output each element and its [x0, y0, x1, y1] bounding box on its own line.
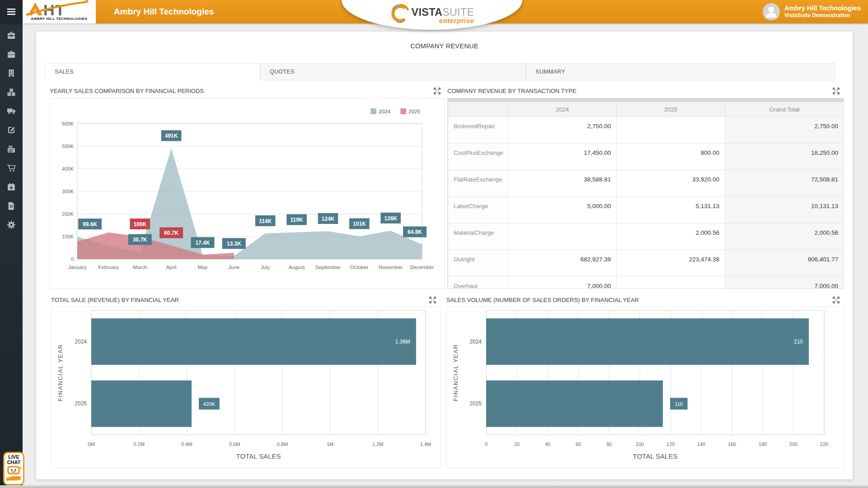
user-account: VistaSuite Demonstration [784, 12, 861, 19]
svg-text:210: 210 [794, 339, 803, 345]
cell-value: 906,401.77 [725, 250, 844, 277]
panel-title-sales-volume: SALES VOLUME (NUMBER OF SALES ORDERS) BY… [446, 296, 844, 304]
cell-value: 72,508.81 [725, 170, 844, 197]
svg-text:160: 160 [728, 442, 736, 447]
svg-text:600K: 600K [62, 121, 74, 126]
svg-text:115: 115 [675, 401, 683, 407]
company-logo: HT AMBRY HILL TECHNOLOGIES [23, 0, 96, 23]
svg-text:January: January [68, 265, 87, 270]
svg-text:2025: 2025 [408, 109, 420, 114]
svg-text:2025: 2025 [469, 400, 482, 407]
app-header: HT AMBRY HILL TECHNOLOGIES Ambry Hill Te… [0, 0, 868, 23]
svg-text:99.6K: 99.6K [83, 221, 97, 228]
cell-value [617, 277, 725, 289]
svg-text:0.4M: 0.4M [181, 442, 192, 447]
building-icon[interactable] [7, 69, 16, 78]
user-menu[interactable]: Ambry Hill Technologies VistaSuite Demon… [763, 0, 861, 23]
cell-value: 2,750.00 [508, 117, 617, 144]
svg-text:August: August [289, 265, 305, 270]
svg-text:17.4K: 17.4K [195, 240, 210, 246]
expand-icon[interactable] [833, 88, 844, 94]
calendar-add-icon[interactable] [7, 182, 16, 191]
row-label: Outright [448, 250, 508, 277]
svg-text:0.6M: 0.6M [229, 442, 240, 447]
toolbox-icon[interactable] [7, 31, 16, 40]
svg-text:300K: 300K [62, 189, 74, 194]
svg-text:February: February [98, 265, 119, 270]
cell-value: 18,250.00 [725, 144, 844, 170]
svg-text:80: 80 [606, 442, 612, 447]
page-title: COMPANY REVENUE [36, 42, 853, 50]
svg-text:1.2M: 1.2M [372, 442, 383, 447]
sales-volume-bar-chart: 020406080100120140160180200220FINANCIAL … [447, 307, 844, 468]
row-label: CostPlusExchange [448, 144, 508, 170]
svg-text:13.3K: 13.3K [227, 241, 241, 247]
svg-text:0.8M: 0.8M [277, 442, 288, 447]
cell-value: 682,927.39 [508, 250, 617, 277]
svg-text:1M: 1M [327, 442, 333, 447]
svg-text:December: December [410, 265, 434, 270]
svg-text:March: March [133, 265, 147, 270]
vistasuite-swirl-icon [390, 3, 411, 24]
sidebar-toggle[interactable] [0, 0, 23, 23]
briefcase-icon[interactable] [7, 50, 16, 59]
cell-value: 5,000.00 [508, 197, 617, 223]
content-card: COMPANY REVENUE SALES QUOTES SUMMARY YEA… [36, 32, 853, 479]
shopping-cart-icon[interactable] [7, 163, 16, 172]
svg-text:October: October [350, 265, 369, 270]
expand-icon[interactable] [429, 297, 441, 303]
expand-icon[interactable] [434, 88, 445, 94]
svg-text:20: 20 [514, 442, 520, 447]
svg-text:June: June [228, 265, 239, 270]
row-label: FlatRateExchange [448, 170, 508, 197]
cell-value: 800.00 [617, 144, 725, 170]
cell-value: 2,000.56 [725, 223, 844, 250]
panel-title-revenue-by-type: COMPANY REVENUE BY TRANSACTION TYPE [447, 87, 844, 95]
svg-text:126K: 126K [384, 215, 397, 222]
cell-value: 7,000.00 [508, 277, 617, 289]
column-header: 2024 [508, 102, 617, 117]
svg-text:0: 0 [71, 256, 74, 262]
svg-text:60: 60 [576, 442, 581, 447]
svg-text:2025: 2025 [75, 400, 87, 407]
compose-icon[interactable] [7, 125, 16, 135]
svg-text:2024: 2024 [469, 339, 482, 345]
panel-title-sales-comparison: YEARLY SALES COMPARISON BY FINANCIAL PER… [50, 87, 445, 95]
svg-text:1.4M: 1.4M [420, 442, 431, 447]
expand-icon[interactable] [833, 297, 844, 303]
svg-text:2024: 2024 [379, 109, 390, 114]
cash-register-icon[interactable] [7, 144, 16, 153]
live-chat-widget[interactable]: LIVE CHAT [3, 452, 24, 485]
aht-logo-icon: HT [25, 0, 93, 17]
table-row: MaterialCharge2,000.562,000.56 [448, 223, 844, 250]
tab-quotes[interactable]: QUOTES [260, 63, 526, 80]
window-bottom-edge [0, 485, 868, 488]
cell-value: 33,920.00 [617, 170, 725, 197]
user-company: Ambry Hill Technologies [784, 5, 861, 12]
column-header: 2025 [617, 102, 725, 117]
svg-text:60.7K: 60.7K [164, 230, 178, 236]
cell-value: 2,750.00 [725, 117, 844, 144]
svg-text:101K: 101K [353, 221, 366, 227]
column-header: Grand Total [725, 102, 844, 117]
cell-value: 7,000.00 [725, 277, 844, 289]
svg-text:TOTAL SALES: TOTAL SALES [633, 452, 678, 460]
cell-value: 17,450.00 [508, 144, 617, 170]
svg-text:TOTAL SALES: TOTAL SALES [236, 452, 281, 460]
tab-sales[interactable]: SALES [45, 63, 260, 80]
document-icon[interactable] [7, 201, 16, 210]
svg-text:May: May [198, 265, 208, 270]
svg-text:April: April [166, 265, 177, 270]
svg-text:100: 100 [636, 442, 644, 447]
svg-text:40: 40 [545, 442, 550, 447]
svg-text:November: November [379, 265, 403, 270]
settings-icon[interactable] [7, 220, 16, 229]
revenue-by-type-table: 20242025Grand TotalBrokeredRepair2,750.0… [447, 98, 844, 289]
cubes-icon[interactable] [7, 88, 16, 97]
table-row: Outright682,927.39223,474.38906,401.77 [448, 250, 844, 277]
svg-text:120: 120 [666, 442, 675, 447]
total-sale-bar-chart: 0M0.2M0.4M0.6M0.8M1M1.2M1.4MFINANCIAL YE… [52, 307, 440, 468]
tab-summary[interactable]: SUMMARY [526, 63, 835, 80]
table-header-row: 20242025Grand Total [448, 102, 844, 117]
truck-icon[interactable] [7, 107, 16, 116]
